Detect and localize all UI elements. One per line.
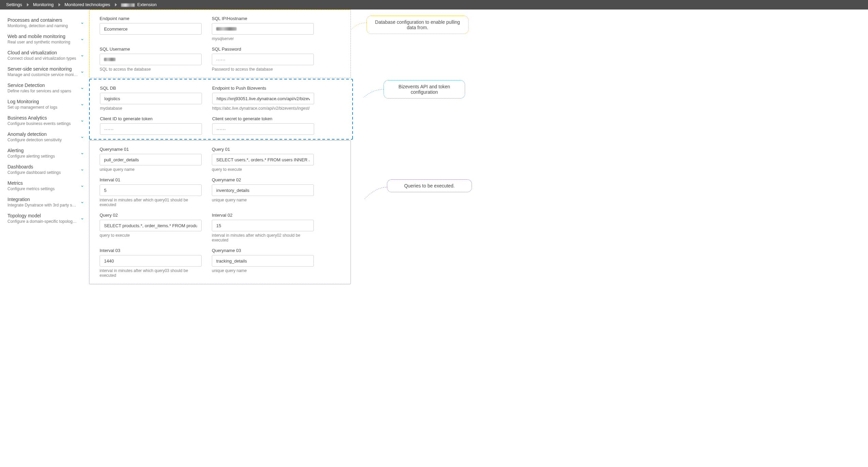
- zone-database-config: Endpoint name SQL IP/Hostname mysqlserve…: [89, 10, 351, 78]
- input-sql-pass[interactable]: [212, 54, 314, 65]
- input-client-secret[interactable]: [212, 123, 314, 135]
- input-sql-user[interactable]: [100, 54, 202, 65]
- label-sql-user: SQL Username: [100, 47, 202, 52]
- help-sql-user: SQL to access the database: [100, 67, 202, 72]
- callout-tail-icon: [363, 87, 385, 100]
- sidebar-item-alerting[interactable]: Alerting Configure alerting settings ⌄: [0, 145, 88, 161]
- sidebar-item-sub: Define rules for services and spans: [7, 89, 78, 93]
- sidebar-item-title: Alerting: [7, 148, 78, 153]
- settings-sidebar: Processes and containers Monitoring, det…: [0, 10, 88, 295]
- chevron-down-icon: ⌄: [80, 19, 84, 25]
- chevron-down-icon: ⌄: [80, 133, 84, 139]
- sidebar-item-integration[interactable]: Integration Integrate Dynatrace with 3rd…: [0, 194, 88, 210]
- input-bizevents-endpoint[interactable]: [212, 93, 314, 104]
- help-interval-02: interval in minutes after which query02 …: [212, 233, 314, 243]
- input-interval-01[interactable]: [100, 184, 202, 196]
- sidebar-item-title: Topology model: [7, 213, 78, 218]
- help-sql-db: mydatabase: [100, 106, 202, 111]
- sidebar-item-sub: Connect cloud and virtualization types: [7, 56, 78, 61]
- callout-queries: Queries to be executed.: [387, 179, 472, 192]
- sidebar-item-business-analytics[interactable]: Business Analytics Configure business ev…: [0, 112, 88, 129]
- chevron-down-icon: ⌄: [80, 182, 84, 188]
- input-queryname-02[interactable]: [212, 184, 314, 196]
- breadcrumb-bar: Settings Monitoring Monitored technologi…: [0, 0, 868, 10]
- sidebar-item-title: Processes and containers: [7, 17, 78, 23]
- sidebar-item-title: Anomaly detection: [7, 131, 78, 137]
- sidebar-item-service-detection[interactable]: Service Detection Define rules for servi…: [0, 80, 88, 96]
- form-content: Endpoint name SQL IP/Hostname mysqlserve…: [88, 10, 868, 295]
- breadcrumb-settings[interactable]: Settings: [1, 0, 28, 10]
- zone-queries: Queryname 01 unique query name Query 01 …: [89, 140, 351, 284]
- sidebar-item-web-mobile[interactable]: Web and mobile monitoring Real user and …: [0, 31, 88, 47]
- chevron-down-icon: ⌄: [80, 166, 84, 172]
- sidebar-item-title: Log Monitoring: [7, 99, 78, 104]
- help-query-01: query to execute: [212, 167, 314, 172]
- input-client-id[interactable]: [100, 123, 202, 135]
- breadcrumb-monitored-technologies[interactable]: Monitored technologies: [60, 0, 116, 10]
- input-sql-host[interactable]: [212, 23, 314, 35]
- zone-bizevents-api: SQL DB mydatabase Endpoint to Push Bizev…: [89, 79, 353, 140]
- input-sql-db[interactable]: [100, 93, 202, 104]
- sidebar-item-sub: Configure dashboard settings: [7, 170, 78, 175]
- chevron-down-icon: ⌄: [80, 85, 84, 90]
- sidebar-item-metrics[interactable]: Metrics Configure metrics settings ⌄: [0, 178, 88, 194]
- sidebar-item-sub: Configure metrics settings: [7, 186, 78, 191]
- label-queryname-03: Queryname 03: [212, 248, 314, 253]
- sidebar-item-dashboards[interactable]: Dashboards Configure dashboard settings …: [0, 161, 88, 178]
- callout-queries-text: Queries to be executed.: [404, 183, 455, 188]
- sidebar-item-sub: Configure business events settings: [7, 121, 78, 126]
- chevron-down-icon: ⌄: [80, 101, 84, 106]
- sidebar-item-topology[interactable]: Topology model Configure a domain-specif…: [0, 210, 88, 227]
- callout-database-text: Database configuration to enable pulling…: [375, 19, 460, 30]
- label-query-02: Query 02: [100, 213, 202, 218]
- sidebar-item-log-monitoring[interactable]: Log Monitoring Set up management of logs…: [0, 96, 88, 112]
- label-sql-pass: SQL Password: [212, 47, 314, 52]
- label-queryname-02: Queryname 02: [212, 177, 314, 182]
- input-query-01[interactable]: [212, 154, 314, 165]
- label-interval-02: Interval 02: [212, 213, 314, 218]
- sidebar-item-sub: Real user and synthetic monitoring: [7, 40, 78, 44]
- sidebar-item-title: Business Analytics: [7, 115, 78, 121]
- sidebar-item-processes[interactable]: Processes and containers Monitoring, det…: [0, 15, 88, 31]
- sidebar-item-sub: Integrate Dynatrace with 3rd party syste…: [7, 203, 78, 208]
- input-queryname-01[interactable]: [100, 154, 202, 165]
- chevron-down-icon: ⌄: [80, 199, 84, 204]
- help-bizevents-endpoint: https://abc.live.dynatrace.com/api/v2/bi…: [212, 106, 314, 111]
- label-client-secret: Client secret to generate token: [212, 116, 314, 121]
- help-queryname-03: unique query name: [212, 268, 314, 273]
- chevron-down-icon: ⌄: [80, 36, 84, 41]
- input-endpoint-name[interactable]: [100, 23, 202, 35]
- input-interval-03[interactable]: [100, 255, 202, 267]
- sidebar-item-cloud[interactable]: Cloud and virtualization Connect cloud a…: [0, 47, 88, 64]
- sidebar-item-sub: Configure detection sensitivity: [7, 138, 78, 142]
- chevron-down-icon: ⌄: [80, 117, 84, 123]
- help-interval-03: interval in minutes after which query03 …: [100, 268, 202, 278]
- chevron-down-icon: ⌄: [80, 150, 84, 155]
- help-queryname-01: unique query name: [100, 167, 202, 172]
- label-interval-01: Interval 01: [100, 177, 202, 182]
- callout-api-text: Bizevents API and token configuration: [398, 84, 450, 95]
- callout-tail-icon: [351, 19, 368, 32]
- sidebar-item-server-side[interactable]: Server-side service monitoring Manage an…: [0, 64, 88, 80]
- input-queryname-03[interactable]: [212, 255, 314, 267]
- label-bizevents-endpoint: Endpoint to Push Bizevents: [212, 86, 314, 91]
- label-sql-db: SQL DB: [100, 86, 202, 91]
- input-query-02[interactable]: [100, 220, 202, 231]
- help-sql-host: mysqlserver: [212, 36, 314, 41]
- callout-database: Database configuration to enable pulling…: [367, 16, 469, 34]
- redacted-user-icon: [104, 58, 116, 61]
- sidebar-item-title: Integration: [7, 197, 78, 202]
- sidebar-item-title: Server-side service monitoring: [7, 66, 78, 72]
- label-interval-03: Interval 03: [100, 248, 202, 253]
- label-sql-host: SQL IP/Hostname: [212, 16, 314, 21]
- sidebar-item-anomaly-detection[interactable]: Anomaly detection Configure detection se…: [0, 129, 88, 145]
- callout-api: Bizevents API and token configuration: [384, 80, 465, 98]
- input-interval-02[interactable]: [212, 220, 314, 231]
- sidebar-item-sub: Configure a domain-specific topology mo…: [7, 219, 78, 224]
- help-queryname-02: unique query name: [212, 198, 314, 202]
- sidebar-item-title: Service Detection: [7, 83, 78, 88]
- breadcrumb-monitoring[interactable]: Monitoring: [28, 0, 60, 10]
- sidebar-item-sub: Manage and customize service monitoring: [7, 72, 78, 77]
- label-endpoint-name: Endpoint name: [100, 16, 202, 21]
- label-client-id: Client ID to generate token: [100, 116, 202, 121]
